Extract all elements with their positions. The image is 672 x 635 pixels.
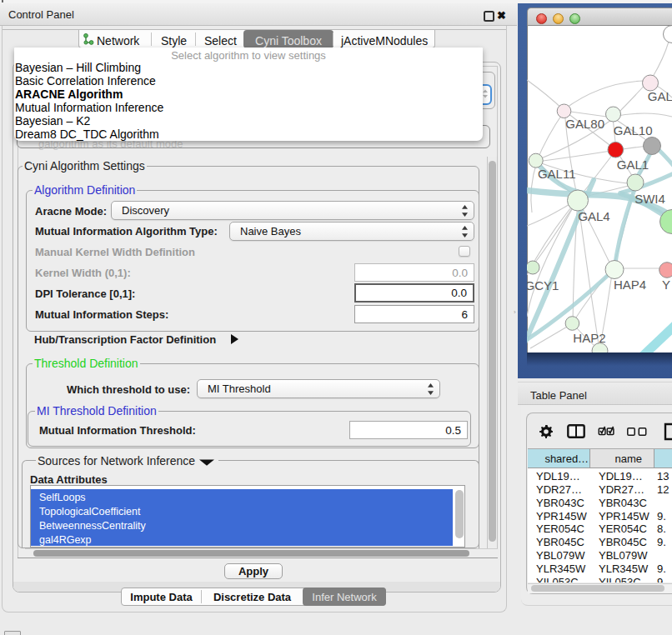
svg-text:GAL80: GAL80 xyxy=(565,117,604,131)
svg-text:GAL1: GAL1 xyxy=(617,158,649,172)
svg-text:HAP4: HAP4 xyxy=(614,278,646,292)
svg-text:SWI4: SWI4 xyxy=(634,192,665,206)
svg-text:GAL10: GAL10 xyxy=(614,123,653,138)
svg-text:GAL11: GAL11 xyxy=(538,167,576,181)
svg-text:GAL4: GAL4 xyxy=(578,209,609,223)
svg-text:GCY1: GCY1 xyxy=(527,278,559,292)
svg-text:HAP2: HAP2 xyxy=(573,331,605,345)
svg-text:Y: Y xyxy=(662,278,670,292)
svg-text:GAL7: GAL7 xyxy=(648,89,672,103)
